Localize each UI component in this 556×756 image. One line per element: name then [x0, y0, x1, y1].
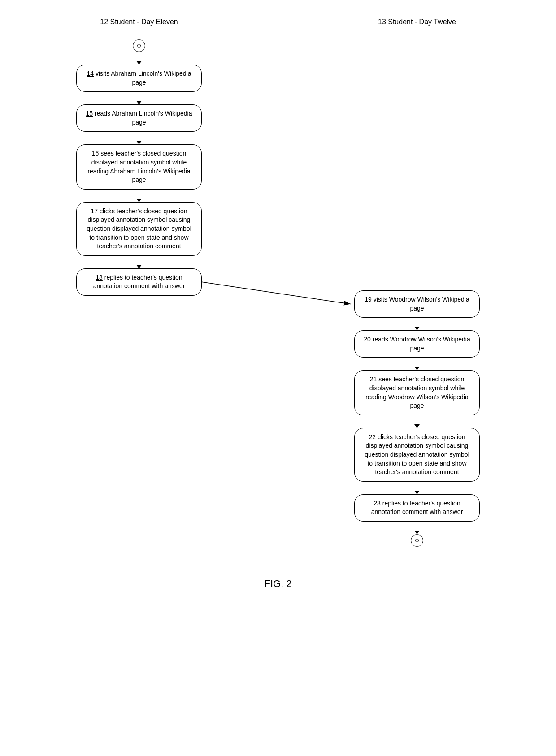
arrow-16-to-17	[139, 190, 139, 202]
node-14-num: 14	[87, 70, 94, 77]
node-23-text: replies to teacher's question annotation…	[371, 500, 463, 516]
end-circle-right	[411, 534, 423, 547]
node-19: 19 visits Woodrow Wilson's Wikipedia pag…	[354, 290, 480, 318]
node-14-text: visits Abraham Lincoln's Wikipedia page	[94, 70, 191, 86]
node-22-text: clicks teacher's closed question display…	[365, 433, 469, 475]
node-15-text: reads Abraham Lincoln's Wikipedia page	[93, 110, 192, 126]
arrow-19-to-20	[417, 318, 417, 330]
diagram-container: 12 Student - Day Eleven 14 visits Abraha…	[0, 0, 556, 565]
node-22: 22 clicks teacher's closed question disp…	[354, 428, 480, 482]
left-column: 12 Student - Day Eleven 14 visits Abraha…	[0, 9, 278, 556]
start-circle-inner-left	[137, 44, 141, 48]
node-19-num: 19	[365, 296, 372, 303]
arrow-15-to-16	[139, 132, 139, 144]
node-21: 21 sees teacher's closed question displa…	[354, 370, 480, 415]
end-circle-inner-right	[415, 539, 419, 542]
node-19-text: visits Woodrow Wilson's Wikipedia page	[372, 296, 469, 312]
node-18: 18 replies to teacher's question annotat…	[76, 268, 202, 296]
arrow-start-to-14	[139, 52, 139, 65]
node-23: 23 replies to teacher's question annotat…	[354, 494, 480, 522]
node-17-text: clicks teacher's closed question display…	[87, 207, 191, 250]
node-17-num: 17	[91, 207, 98, 215]
start-circle-left	[133, 39, 145, 52]
arrow-22-to-23	[417, 482, 417, 494]
left-column-title: 12 Student - Day Eleven	[100, 18, 178, 26]
fig-caption: FIG. 2	[0, 578, 556, 603]
node-15: 15 reads Abraham Lincoln's Wikipedia pag…	[76, 104, 202, 132]
arrow-21-to-22	[417, 415, 417, 428]
node-20: 20 reads Woodrow Wilson's Wikipedia page	[354, 330, 480, 358]
node-21-num: 21	[370, 376, 377, 383]
node-18-text: replies to teacher's question annotation…	[93, 274, 185, 290]
node-23-num: 23	[374, 500, 381, 507]
node-16: 16 sees teacher's closed question displa…	[76, 144, 202, 189]
arrow-17-to-18	[139, 256, 139, 268]
right-column-title: 13 Student - Day Twelve	[378, 18, 456, 26]
node-18-num: 18	[96, 274, 103, 281]
node-15-num: 15	[86, 110, 93, 117]
node-21-text: sees teacher's closed question displayed…	[365, 376, 469, 409]
node-17: 17 clicks teacher's closed question disp…	[76, 202, 202, 256]
node-22-num: 22	[369, 433, 376, 441]
arrow-14-to-15	[139, 92, 139, 104]
node-20-text: reads Woodrow Wilson's Wikipedia page	[371, 336, 470, 352]
node-20-num: 20	[364, 336, 371, 343]
right-column: 13 Student - Day Twelve 19 visits Woodro…	[278, 9, 556, 556]
node-16-num: 16	[92, 150, 99, 157]
node-16-text: sees teacher's closed question displayed…	[87, 150, 190, 183]
node-14: 14 visits Abraham Lincoln's Wikipedia pa…	[76, 65, 202, 92]
arrow-20-to-21	[417, 358, 417, 370]
arrow-23-to-end	[417, 522, 417, 534]
